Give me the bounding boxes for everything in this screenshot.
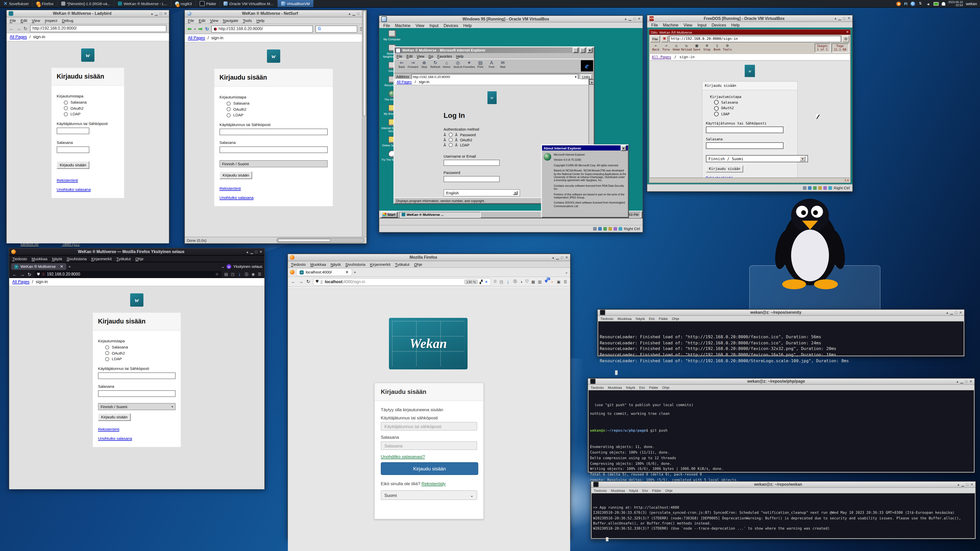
radio-option[interactable]: OAuth2	[714, 106, 794, 110]
tabs-dropdown-icon[interactable]: ⌄	[565, 270, 568, 275]
close-button[interactable]: ✕	[970, 483, 974, 486]
close-button[interactable]: ✕	[565, 256, 568, 259]
puzzle-icon[interactable]: ▣	[557, 279, 560, 284]
terminal-output[interactable]: ResourceLoader: Finished load of: "http:…	[598, 321, 964, 356]
register-link[interactable]: Rekisteröidy	[422, 481, 446, 486]
radio-option[interactable]: OAuth2	[227, 107, 328, 111]
shield-icon[interactable]: ⛊	[316, 279, 318, 284]
vm-titlebar[interactable]: DOS FreeDOS [Running] - Oracle VM Virtua…	[647, 15, 853, 22]
firefox-titlebar[interactable]: WeKan ® Multiverse — Mozilla Firefox Yks…	[9, 248, 264, 256]
close-button[interactable]: ✕	[969, 380, 972, 383]
sidebar-icon[interactable]: ▥	[538, 279, 542, 284]
download-icon[interactable]: ⭳	[238, 272, 242, 276]
password-input[interactable]	[98, 390, 176, 397]
menu-item[interactable]: Näytä	[629, 489, 638, 492]
address-dropdown-icon[interactable]: ▾	[575, 75, 577, 79]
language-select[interactable]: Finnish / Suomi	[220, 160, 328, 167]
menu-item[interactable]: Devices	[444, 23, 458, 28]
radio-option[interactable]: Salasana	[227, 101, 328, 106]
battery-icon[interactable]	[933, 2, 939, 5]
user-menu[interactable]: wekan	[966, 1, 977, 6]
menu-item[interactable]: View	[415, 23, 424, 28]
radio-option[interactable]: OAuth2	[105, 351, 176, 355]
url-field[interactable]: http://192.168.0.20:8000/	[30, 25, 166, 32]
forward-icon[interactable]: →	[299, 279, 303, 284]
search-field[interactable]: G	[315, 25, 357, 32]
terminal-titlebar[interactable]: wekan@z: ~/repos/serenity ▴▁□✕	[598, 310, 964, 316]
menu-item[interactable]: Machine	[663, 23, 679, 27]
menu-item[interactable]: Muokkaa	[611, 489, 625, 492]
ladybird-titlebar[interactable]: WeKan ® Multiverse - Ladybird ▴▁□✕	[6, 10, 169, 17]
menu-item[interactable]: Sivuhistoria	[67, 256, 87, 261]
username-input[interactable]	[444, 160, 500, 166]
signin-button[interactable]: Kirjaudu sisään	[98, 413, 130, 421]
address-field[interactable]: http://192.168.0.20:8000/▾	[411, 74, 578, 79]
bug-icon[interactable]: ●	[847, 179, 849, 182]
menu-icon[interactable]: ☰	[258, 272, 261, 276]
vpn-shield-icon[interactable]: ⛊9+	[545, 279, 548, 284]
breadcrumb-all-pages-link[interactable]: All Pages	[12, 279, 30, 284]
start-button[interactable]: Start	[381, 211, 397, 218]
terminal-titlebar[interactable]: wekan@z: ~/repos/w/php/page ▴▁□✕	[588, 379, 974, 385]
username-input[interactable]	[706, 127, 783, 133]
screenshot-icon[interactable]: Ⓢ	[245, 272, 248, 277]
tab-close-icon[interactable]: ✕	[60, 264, 63, 269]
dillo-toolbar-button[interactable]: ← Back	[651, 43, 661, 51]
terminal-titlebar[interactable]: wekan@z: ~/repos/wekan ▴▁□✕	[591, 482, 975, 488]
chat-icon[interactable]: ✕	[897, 1, 901, 6]
radio-option[interactable]: LDAP	[714, 112, 794, 116]
minimize-button[interactable]: ▁	[961, 483, 964, 486]
hp-device-icon[interactable]: hp	[910, 1, 915, 6]
firefox-titlebar[interactable]: Mozilla Firefox ▴▁□✕	[288, 254, 570, 261]
reload-icon[interactable]: ↻	[24, 26, 27, 31]
menu-item[interactable]: Ohje	[672, 317, 679, 320]
menu-item[interactable]: Input	[430, 23, 439, 28]
menu-item[interactable]: Ohje	[135, 256, 143, 261]
menu-item[interactable]: Edit	[199, 18, 205, 23]
radio-option[interactable]: Â Â OAuth2	[444, 138, 589, 142]
menu-item[interactable]: Näytä	[626, 386, 635, 389]
ie-titlebar[interactable]: WeKan ® Multiverse - Microsoft Internet …	[395, 48, 593, 53]
signin-button[interactable]: Kirjaudu sisään	[381, 462, 478, 475]
keyboard-layout-indicator[interactable]: FI	[904, 2, 907, 5]
language-select[interactable]: Suomi ⌄	[381, 490, 477, 500]
ie-toolbar-button[interactable]: ✉ Mail	[497, 60, 508, 68]
url-field[interactable]: http://192.168.0.20:8000/	[212, 25, 313, 32]
network-status-icon[interactable]	[813, 186, 817, 190]
menu-item[interactable]: Tiedosto	[593, 489, 607, 492]
display-status-icon[interactable]	[824, 186, 827, 190]
menu-item[interactable]: File	[383, 23, 390, 28]
menu-item[interactable]: Go	[428, 54, 433, 58]
close-button[interactable]: ✕	[846, 30, 849, 34]
forgot-password-link[interactable]: Unohtuiko salasana	[220, 195, 253, 200]
minimize-button[interactable]: ▁	[155, 11, 158, 16]
forgot-password-link[interactable]: Unohtuiko salasana	[57, 187, 91, 192]
menu-item[interactable]: Help	[463, 23, 472, 28]
close-button[interactable]: ✕	[620, 145, 626, 151]
menu-item[interactable]: View	[210, 18, 218, 23]
hdd-status-icon[interactable]	[803, 186, 807, 190]
radio-option[interactable]: Salasana	[64, 100, 119, 105]
back-icon[interactable]: ←	[12, 272, 17, 277]
breadcrumb-all-pages-link[interactable]: All Pages	[188, 36, 205, 40]
radio-option[interactable]: LDAP	[105, 357, 176, 361]
vertical-scrollbar[interactable]	[362, 10, 366, 237]
close-button[interactable]: ✕	[847, 16, 850, 21]
minimize-button[interactable]: ▁	[628, 17, 632, 21]
minimize-button[interactable]: ▁	[556, 256, 559, 259]
lock-icon[interactable]: ⚿	[493, 279, 496, 284]
horizontal-scrollbar[interactable]	[277, 238, 364, 243]
menu-item[interactable]: Tools	[243, 18, 251, 23]
minimize-button[interactable]: _	[573, 48, 578, 53]
password-input[interactable]	[220, 146, 328, 153]
menu-item[interactable]: Edit	[407, 54, 413, 58]
menu-item[interactable]: File	[396, 54, 402, 58]
minimize-button[interactable]: ▁	[250, 250, 253, 254]
shade-button[interactable]: ▴	[625, 17, 627, 21]
clock[interactable]: 2023-05-10 22:53	[948, 0, 963, 7]
username-input[interactable]	[98, 372, 176, 379]
terminal-output[interactable]: (use "git push" to publish your local co…	[589, 390, 974, 472]
minimize-button[interactable]: ▁	[352, 11, 355, 16]
menu-item[interactable]: File	[10, 18, 16, 23]
forward-icon[interactable]: →	[20, 272, 24, 277]
